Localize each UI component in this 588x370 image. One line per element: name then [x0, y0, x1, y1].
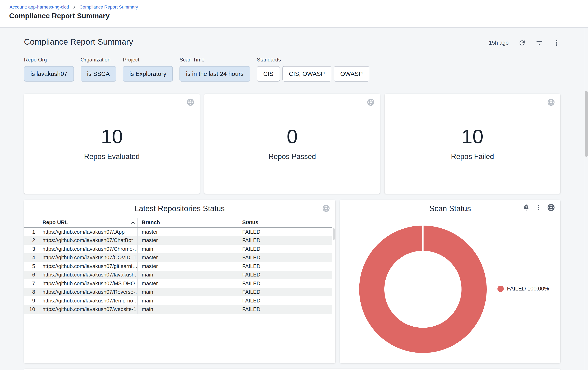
- stat-label: Repos Evaluated: [84, 152, 140, 161]
- filter-chip-standards-owasp[interactable]: OWASP: [334, 66, 369, 81]
- status-cell: FAILED: [238, 296, 332, 305]
- filter-chip-repo-org[interactable]: is lavakush07: [24, 66, 74, 81]
- repo-url-cell: https://github.com/lavakush07/lavakush…: [38, 270, 137, 279]
- globe-icon[interactable]: [547, 98, 555, 106]
- sort-asc-icon: [131, 220, 135, 225]
- table-scrollbar-thumb[interactable]: [333, 228, 335, 240]
- legend-failed-label: FAILED 100.00%: [507, 286, 549, 292]
- row-number: 2: [24, 236, 38, 245]
- next-panel-card: [24, 369, 560, 370]
- globe-icon[interactable]: [547, 203, 555, 211]
- donut-hole: [384, 251, 462, 328]
- filter-label: Organization: [81, 57, 116, 63]
- filter-label: Project: [123, 57, 173, 63]
- stat-card-repos-evaluated: 10 Repos Evaluated: [24, 94, 200, 194]
- filter-group-repo-org: Repo Org is lavakush07: [24, 57, 74, 81]
- branch-cell: master: [137, 262, 238, 270]
- status-cell: FAILED: [238, 305, 332, 314]
- column-header-repo-url[interactable]: Repo URL: [38, 218, 137, 227]
- status-cell: FAILED: [238, 288, 332, 297]
- filter-chip-standards-cis[interactable]: CIS: [257, 66, 280, 81]
- filter-label: Standards: [257, 57, 369, 63]
- app-header: Account: app-harness-ng-cicd Compliance …: [0, 0, 588, 28]
- branch-cell: master: [137, 253, 238, 262]
- bell-plus-icon[interactable]: [523, 204, 530, 211]
- page-scrollbar-thumb[interactable]: [585, 91, 588, 157]
- table-row: 2 https://github.com/lavakush07/ChatBot …: [24, 236, 332, 245]
- table-header-row: Repo URL Branch Status: [24, 218, 332, 227]
- page-scrollbar[interactable]: [584, 28, 588, 370]
- last-updated-label: 15h ago: [489, 40, 509, 46]
- filter-bar: Repo Org is lavakush07 Organization is S…: [24, 57, 369, 81]
- refresh-icon[interactable]: [518, 39, 526, 47]
- status-cell: FAILED: [238, 227, 332, 236]
- stat-value: 10: [101, 127, 123, 146]
- branch-cell: main: [137, 245, 238, 253]
- status-cell: FAILED: [238, 270, 332, 279]
- status-cell: FAILED: [238, 279, 332, 288]
- repo-url-cell: https://github.com/lavakush07/website-1: [38, 305, 137, 314]
- latest-repositories-card: Latest Repositories Status: [24, 200, 336, 363]
- stat-value: 0: [287, 127, 298, 146]
- bottom-panels-row: Latest Repositories Status: [24, 200, 560, 363]
- table-row: 7 https://github.com/lavakush07/MS.DHO… …: [24, 279, 332, 288]
- branch-cell: main: [137, 270, 238, 279]
- row-number: 4: [24, 253, 38, 262]
- dashboard-title: Compliance Report Summary: [24, 37, 133, 47]
- repo-url-cell: https://github.com/lavakush07/temp-no…: [38, 296, 137, 305]
- stat-label: Repos Failed: [451, 152, 494, 161]
- row-number: 5: [24, 262, 38, 270]
- filter-chip-organization[interactable]: is SSCA: [81, 66, 116, 81]
- filter-group-standards: Standards CIS CIS, OWASP OWASP: [257, 57, 369, 81]
- dashboard-controls: 15h ago: [489, 39, 560, 47]
- status-cell: FAILED: [238, 236, 332, 245]
- globe-icon[interactable]: [322, 204, 330, 212]
- row-number: 10: [24, 305, 38, 314]
- stat-cards-row: 10 Repos Evaluated 0 Repos Passed 10 Rep…: [24, 94, 560, 194]
- globe-icon[interactable]: [186, 98, 195, 106]
- table-row: 1 https://github.com/lavakush07/.App mas…: [24, 227, 332, 236]
- chart-legend: FAILED 100.00%: [497, 286, 549, 292]
- column-header-branch[interactable]: Branch: [137, 218, 238, 227]
- filter-group-scan-time: Scan Time is in the last 24 hours: [179, 57, 250, 81]
- filter-icon[interactable]: [536, 39, 543, 47]
- breadcrumb-page-link[interactable]: Compliance Report Summary: [79, 4, 138, 10]
- table-row: 10 https://github.com/lavakush07/website…: [24, 305, 332, 314]
- table-row: 9 https://github.com/lavakush07/temp-no……: [24, 296, 332, 305]
- breadcrumb: Account: app-harness-ng-cicd Compliance …: [10, 4, 138, 10]
- stat-card-repos-passed: 0 Repos Passed: [204, 94, 380, 194]
- repo-url-cell: https://github.com/lavakush07/COVID_T…: [38, 253, 137, 262]
- row-number: 9: [24, 296, 38, 305]
- filter-chip-project[interactable]: is Exploratory: [123, 66, 173, 81]
- chevron-right-icon: [72, 5, 76, 9]
- branch-cell: master: [137, 236, 238, 245]
- table-row: 5 https://github.com/lavakush07/gitlearn…: [24, 262, 332, 270]
- repo-url-cell: https://github.com/lavakush07/gitlearni…: [38, 262, 137, 270]
- kebab-menu-icon[interactable]: [535, 204, 542, 211]
- repo-url-cell: https://github.com/lavakush07/ChatBot: [38, 236, 137, 245]
- globe-icon[interactable]: [367, 98, 375, 106]
- filter-label: Repo Org: [24, 57, 74, 63]
- filter-group-organization: Organization is SSCA: [81, 57, 116, 81]
- dashboard: Compliance Report Summary 15h ago Repo O…: [24, 28, 560, 370]
- status-cell: FAILED: [238, 253, 332, 262]
- filter-chip-standards-cis-owasp[interactable]: CIS, OWASP: [283, 66, 331, 81]
- scan-status-card: Scan Status FAILED 100.00%: [340, 200, 560, 363]
- branch-cell: master: [137, 227, 238, 236]
- stat-card-repos-failed: 10 Repos Failed: [385, 94, 560, 194]
- row-number: 7: [24, 279, 38, 288]
- repo-url-cell: https://github.com/lavakush07/Reverse-…: [38, 288, 137, 297]
- filter-chip-scan-time[interactable]: is in the last 24 hours: [179, 66, 250, 81]
- status-cell: FAILED: [238, 262, 332, 270]
- table-row: 6 https://github.com/lavakush07/lavakush…: [24, 270, 332, 279]
- row-number: 6: [24, 270, 38, 279]
- row-number: 1: [24, 227, 38, 236]
- breadcrumb-account-link[interactable]: Account: app-harness-ng-cicd: [10, 4, 69, 10]
- row-number: 3: [24, 245, 38, 253]
- column-header-status[interactable]: Status: [238, 218, 332, 227]
- kebab-menu-icon[interactable]: [553, 39, 560, 47]
- branch-cell: main: [137, 288, 238, 297]
- legend-failed-dot: [497, 286, 504, 292]
- repo-url-cell: https://github.com/lavakush07/.App: [38, 227, 137, 236]
- filter-label: Scan Time: [179, 57, 250, 63]
